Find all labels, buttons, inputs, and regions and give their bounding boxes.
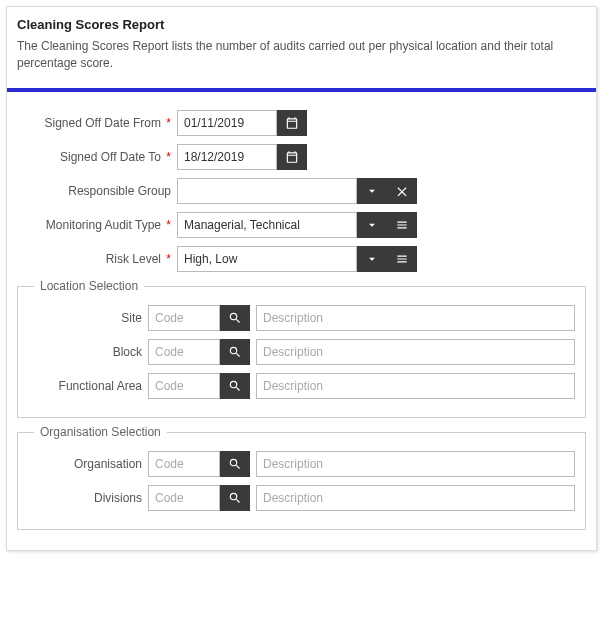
list-icon[interactable] [387, 212, 417, 238]
header: Cleaning Scores Report The Cleaning Scor… [7, 7, 596, 88]
label-functional-area: Functional Area [28, 379, 148, 393]
row-site: Site [28, 305, 575, 331]
row-block: Block [28, 339, 575, 365]
audit-type-input[interactable] [177, 212, 357, 238]
label-block: Block [28, 345, 148, 359]
clear-icon[interactable] [387, 178, 417, 204]
label-text: Monitoring Audit Type [46, 218, 161, 232]
dropdown-icon[interactable] [357, 246, 387, 272]
label-divisions: Divisions [28, 491, 148, 505]
row-divisions: Divisions [28, 485, 575, 511]
required-asterisk: * [166, 116, 171, 130]
calendar-icon[interactable] [277, 110, 307, 136]
functional-area-code-input[interactable] [148, 373, 220, 399]
row-date-to: Signed Off Date To * [17, 144, 586, 170]
label-date-to: Signed Off Date To * [17, 150, 177, 164]
responsible-group-input[interactable] [177, 178, 357, 204]
calendar-icon[interactable] [277, 144, 307, 170]
list-icon[interactable] [387, 246, 417, 272]
row-risk-level: Risk Level * [17, 246, 586, 272]
row-responsible-group: Responsible Group [17, 178, 586, 204]
row-functional-area: Functional Area [28, 373, 575, 399]
organisation-code-input[interactable] [148, 451, 220, 477]
label-organisation: Organisation [28, 457, 148, 471]
label-text: Risk Level [106, 252, 161, 266]
row-organisation: Organisation [28, 451, 575, 477]
search-icon[interactable] [220, 485, 250, 511]
search-icon[interactable] [220, 305, 250, 331]
label-text: Signed Off Date To [60, 150, 161, 164]
search-icon[interactable] [220, 373, 250, 399]
page-description: The Cleaning Scores Report lists the num… [17, 38, 586, 72]
risk-level-input[interactable] [177, 246, 357, 272]
site-code-input[interactable] [148, 305, 220, 331]
organisation-selection-fieldset: Organisation Selection Organisation Divi… [17, 432, 586, 530]
date-to-input[interactable] [177, 144, 277, 170]
required-asterisk: * [166, 218, 171, 232]
report-panel: Cleaning Scores Report The Cleaning Scor… [6, 6, 597, 551]
divisions-desc-input[interactable] [256, 485, 575, 511]
site-desc-input[interactable] [256, 305, 575, 331]
search-icon[interactable] [220, 339, 250, 365]
label-text: Signed Off Date From [44, 116, 161, 130]
required-asterisk: * [166, 252, 171, 266]
organisation-legend: Organisation Selection [34, 425, 167, 439]
dropdown-icon[interactable] [357, 178, 387, 204]
organisation-desc-input[interactable] [256, 451, 575, 477]
page-title: Cleaning Scores Report [17, 17, 586, 32]
label-audit-type: Monitoring Audit Type * [17, 218, 177, 232]
search-icon[interactable] [220, 451, 250, 477]
required-asterisk: * [166, 150, 171, 164]
form-area: Signed Off Date From * Signed Off Date T… [7, 92, 596, 550]
label-responsible-group: Responsible Group [17, 184, 177, 198]
location-legend: Location Selection [34, 279, 144, 293]
row-date-from: Signed Off Date From * [17, 110, 586, 136]
date-from-input[interactable] [177, 110, 277, 136]
label-date-from: Signed Off Date From * [17, 116, 177, 130]
location-selection-fieldset: Location Selection Site Block Functional… [17, 286, 586, 418]
functional-area-desc-input[interactable] [256, 373, 575, 399]
block-desc-input[interactable] [256, 339, 575, 365]
row-audit-type: Monitoring Audit Type * [17, 212, 586, 238]
dropdown-icon[interactable] [357, 212, 387, 238]
label-risk-level: Risk Level * [17, 252, 177, 266]
divisions-code-input[interactable] [148, 485, 220, 511]
label-site: Site [28, 311, 148, 325]
block-code-input[interactable] [148, 339, 220, 365]
